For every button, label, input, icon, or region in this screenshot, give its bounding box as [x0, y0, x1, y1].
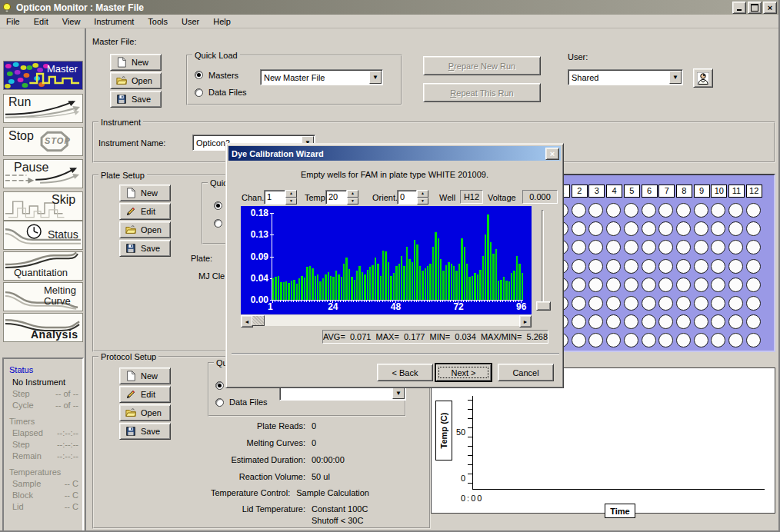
chan-field[interactable]: 1 — [264, 190, 285, 204]
plate-well[interactable] — [642, 240, 656, 254]
temp-field[interactable]: 20 — [325, 190, 347, 204]
plate-well[interactable] — [624, 314, 638, 329]
orient-spinner[interactable]: ▲▼ — [417, 190, 428, 204]
plate-well[interactable] — [711, 203, 725, 218]
sidebar-button-status[interactable]: Status — [3, 221, 83, 250]
ps-new-button[interactable]: New — [119, 185, 171, 201]
plate-well[interactable] — [694, 333, 708, 347]
plate-well[interactable] — [624, 221, 638, 236]
plate-well[interactable] — [588, 333, 603, 347]
plate-well[interactable] — [676, 259, 691, 274]
plate-well[interactable] — [676, 333, 691, 347]
plate-well[interactable] — [711, 240, 725, 254]
plate-well[interactable] — [694, 278, 708, 292]
spin-down-icon[interactable]: ▼ — [347, 198, 358, 205]
back-button[interactable]: < Back — [377, 364, 433, 381]
plate-well[interactable] — [624, 333, 638, 347]
combo-arrow-icon[interactable]: ▼ — [369, 71, 382, 84]
plate-well[interactable] — [658, 240, 673, 254]
plate-well[interactable] — [746, 278, 761, 292]
chan-spinner[interactable]: ▲▼ — [285, 190, 297, 204]
cancel-button[interactable]: Cancel — [498, 364, 554, 381]
plate-well[interactable] — [606, 203, 621, 218]
repeat-this-run-button[interactable]: Repeat This Run — [423, 83, 541, 102]
plate-well[interactable] — [658, 221, 673, 236]
plate-well[interactable] — [728, 296, 743, 311]
plate-well[interactable] — [606, 240, 621, 254]
mf-open-button[interactable]: Open — [110, 72, 162, 89]
plate-well[interactable] — [642, 314, 656, 329]
plate-well[interactable] — [746, 333, 761, 347]
user-combo[interactable]: Shared ▼ — [568, 69, 683, 85]
plate-well[interactable] — [658, 333, 673, 347]
plate-well[interactable] — [658, 203, 673, 218]
spin-up-icon[interactable]: ▲ — [285, 190, 297, 198]
plate-well[interactable] — [728, 259, 743, 274]
ps-open-button[interactable]: Open — [119, 221, 171, 238]
plate-well[interactable] — [711, 314, 725, 329]
plate-well[interactable] — [676, 296, 691, 311]
plate-well[interactable] — [676, 278, 691, 292]
mf-save-button[interactable]: Save — [110, 91, 162, 108]
menu-item-file[interactable]: File — [6, 15, 27, 28]
plate-well[interactable] — [728, 278, 743, 292]
pr-new-button[interactable]: New — [119, 367, 171, 384]
plate-well[interactable] — [642, 221, 656, 236]
mf-new-button[interactable]: New — [110, 54, 162, 71]
plate-well[interactable] — [588, 296, 603, 311]
plate-well[interactable] — [572, 221, 586, 236]
plate-well[interactable] — [694, 296, 708, 311]
plate-well[interactable] — [746, 203, 761, 218]
plate-well[interactable] — [624, 240, 638, 254]
plate-well[interactable] — [728, 240, 743, 254]
plate-well[interactable] — [572, 278, 586, 292]
plate-quick-data-radio[interactable] — [214, 219, 222, 228]
ps-edit-button[interactable]: Edit — [119, 203, 171, 220]
sidebar-button-stop[interactable]: StopSTOP — [3, 127, 83, 156]
plate-well[interactable] — [658, 278, 673, 292]
plate-well[interactable] — [694, 240, 708, 254]
plate-well[interactable] — [642, 278, 656, 292]
plate-well[interactable] — [694, 221, 708, 236]
menu-item-user[interactable]: User — [182, 15, 206, 28]
plate-well[interactable] — [746, 221, 761, 236]
plate-well[interactable] — [728, 333, 743, 347]
plate-well[interactable] — [572, 314, 586, 329]
plate-well[interactable] — [694, 314, 708, 329]
plate-well[interactable] — [658, 296, 673, 311]
plate-well[interactable] — [624, 296, 638, 311]
combo-arrow-icon[interactable]: ▼ — [392, 387, 405, 399]
combo-arrow-icon[interactable]: ▼ — [669, 71, 682, 84]
plate-well[interactable] — [572, 203, 586, 218]
temp-spinner[interactable]: ▲▼ — [347, 190, 358, 204]
plate-well[interactable] — [624, 278, 638, 292]
pr-edit-button[interactable]: Edit — [119, 386, 171, 403]
plate-well[interactable] — [588, 240, 603, 254]
master-file-combo[interactable]: New Master File ▼ — [260, 69, 383, 85]
plate-well[interactable] — [728, 203, 743, 218]
plate-well[interactable] — [658, 259, 673, 274]
sidebar-button-skip[interactable]: Skip — [3, 191, 83, 221]
sidebar-button-melting-curve[interactable]: Melting Curve — [3, 282, 83, 311]
sidebar-button-master[interactable]: Master — [3, 61, 83, 90]
plate-well[interactable] — [711, 259, 725, 274]
plate-well[interactable] — [711, 333, 725, 347]
chart-vertical-slider-thumb[interactable] — [536, 301, 551, 311]
plate-well[interactable] — [694, 203, 708, 218]
chart-vertical-slider-track[interactable] — [542, 210, 544, 302]
plate-well[interactable] — [746, 314, 761, 329]
sidebar-button-pause[interactable]: Pause — [3, 159, 83, 188]
plate-well[interactable] — [606, 278, 621, 292]
spin-up-icon[interactable]: ▲ — [417, 190, 428, 198]
plate-well[interactable] — [606, 296, 621, 311]
plate-well[interactable] — [676, 314, 691, 329]
maximize-button[interactable] — [748, 2, 762, 14]
plate-well[interactable] — [642, 259, 656, 274]
ps-save-button[interactable]: Save — [119, 240, 171, 257]
user-manager-button[interactable] — [693, 68, 713, 88]
masters-radio[interactable] — [195, 71, 203, 79]
plate-well[interactable] — [588, 278, 603, 292]
plate-well[interactable] — [572, 333, 586, 347]
plate-well[interactable] — [572, 296, 586, 311]
plate-well[interactable] — [728, 221, 743, 236]
